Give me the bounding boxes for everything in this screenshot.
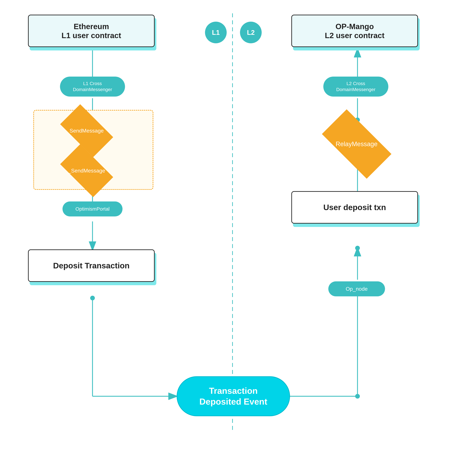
opmango-contract-box: OP-Mango L2 user contract <box>291 15 418 47</box>
l1-cross-domain-messenger-pill: L1 Cross DomainMessenger <box>60 77 125 97</box>
l2-cross-domain-messenger-pill: L2 Cross DomainMessenger <box>323 77 388 97</box>
deposit-transaction-box: Deposit Transaction <box>28 249 155 282</box>
ethereum-contract-box: Ethereum L1 user contract <box>28 15 155 47</box>
op-node-pill: Op_node <box>328 281 385 296</box>
dot-deposit-bottom <box>90 296 95 300</box>
l2-badge: L2 <box>240 22 262 43</box>
diagram-container: L1 L2 Ethereum L1 user contract OP-Mango… <box>0 0 465 476</box>
user-deposit-txn-box: User deposit txn <box>291 191 418 223</box>
l1-badge: L1 <box>205 22 227 43</box>
dot-event-right <box>355 394 360 399</box>
dot-userdeposit-bottom <box>355 246 360 250</box>
optimism-portal-pill: OptimismPortal <box>63 202 123 216</box>
transaction-deposited-event-pill: Transaction Deposited Event <box>177 376 290 416</box>
